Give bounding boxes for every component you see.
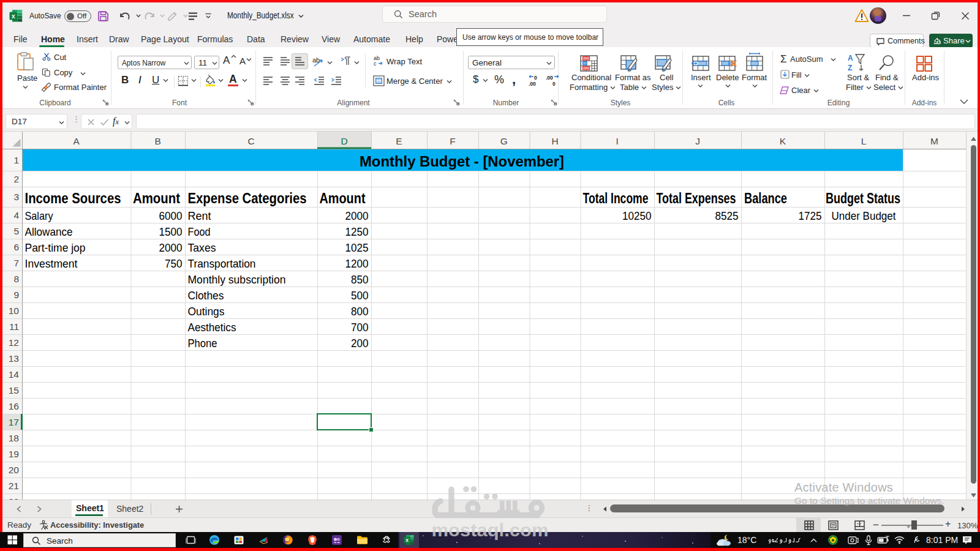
- svg-text:x: x: [405, 537, 409, 543]
- svg-text:G: G: [500, 136, 508, 146]
- svg-text:Amount: Amount: [320, 190, 366, 206]
- svg-text:Balance: Balance: [744, 190, 787, 206]
- svg-text:A: A: [74, 136, 80, 146]
- svg-text:19: 19: [9, 449, 19, 459]
- svg-text:Transportation: Transportation: [188, 257, 256, 270]
- svg-text:Salary: Salary: [25, 209, 53, 222]
- svg-text:Allowance: Allowance: [25, 225, 73, 238]
- svg-text:16: 16: [9, 401, 19, 411]
- svg-text:Aesthetics: Aesthetics: [188, 321, 236, 334]
- svg-text:D: D: [341, 136, 347, 146]
- svg-text:I: I: [616, 136, 619, 146]
- svg-text:Income Sources: Income Sources: [25, 190, 121, 206]
- svg-text:E: E: [396, 136, 402, 146]
- svg-text:1500: 1500: [159, 225, 183, 238]
- svg-text:Monthly Budget - [November]: Monthly Budget - [November]: [360, 153, 564, 170]
- svg-text:3: 3: [13, 192, 19, 202]
- svg-text:5: 5: [13, 226, 19, 236]
- svg-text:14: 14: [9, 369, 20, 380]
- svg-text:mostaql.com: mostaql.com: [432, 520, 549, 540]
- svg-text:x: x: [12, 12, 15, 20]
- svg-text:Clothes: Clothes: [188, 289, 224, 302]
- svg-text:.00: .00: [546, 75, 553, 81]
- svg-text:K: K: [780, 136, 786, 146]
- svg-text:F: F: [450, 136, 455, 146]
- svg-text:200: 200: [351, 337, 369, 350]
- svg-text:Rent: Rent: [188, 209, 212, 222]
- svg-text:Total Income: Total Income: [583, 190, 649, 206]
- svg-text:7: 7: [13, 258, 19, 268]
- svg-text:500: 500: [351, 289, 369, 302]
- svg-text:1250: 1250: [345, 225, 369, 238]
- svg-text:2000: 2000: [345, 209, 369, 222]
- svg-text:21: 21: [9, 481, 19, 491]
- svg-text:11: 11: [9, 321, 19, 332]
- svg-text:1200: 1200: [345, 257, 369, 270]
- svg-text:Taxes: Taxes: [188, 241, 216, 254]
- svg-text:750: 750: [165, 257, 183, 270]
- svg-text:18: 18: [9, 433, 19, 443]
- svg-text:Z: Z: [848, 64, 852, 72]
- svg-text:B: B: [155, 136, 161, 146]
- svg-text:15: 15: [9, 385, 19, 395]
- svg-text:Total Expenses: Total Expenses: [657, 190, 736, 206]
- svg-text:0: 0: [552, 81, 556, 87]
- svg-text:Expense Categories: Expense Categories: [188, 190, 307, 206]
- svg-text:800: 800: [351, 305, 369, 318]
- svg-text:700: 700: [351, 321, 369, 334]
- svg-text:2: 2: [13, 174, 19, 184]
- svg-text:Budget Status: Budget Status: [826, 190, 900, 206]
- svg-text:Food: Food: [188, 225, 211, 238]
- svg-text:Under Budget: Under Budget: [832, 209, 897, 222]
- svg-text:H: H: [551, 136, 558, 146]
- svg-text:10250: 10250: [622, 209, 652, 222]
- svg-text:Monthly subscription: Monthly subscription: [188, 273, 286, 286]
- svg-text:12: 12: [9, 337, 19, 348]
- svg-text:2000: 2000: [159, 241, 183, 254]
- svg-text:10: 10: [9, 305, 20, 316]
- svg-text:c: c: [374, 61, 377, 66]
- svg-text:1725: 1725: [799, 209, 822, 222]
- svg-text:J: J: [695, 136, 700, 146]
- svg-text:6000: 6000: [159, 209, 183, 222]
- svg-text:20: 20: [9, 465, 20, 475]
- svg-text:0: 0: [534, 75, 537, 81]
- svg-text:850: 850: [351, 273, 369, 286]
- svg-text:Part-time jop: Part-time jop: [25, 241, 86, 254]
- svg-text:A: A: [848, 54, 853, 62]
- svg-text:13: 13: [9, 353, 19, 364]
- svg-text:C: C: [247, 136, 254, 146]
- svg-text:Amount: Amount: [133, 190, 180, 206]
- svg-text:8: 8: [13, 274, 19, 284]
- svg-text:9: 9: [13, 290, 19, 300]
- svg-text:.00: .00: [529, 81, 536, 87]
- svg-text:8525: 8525: [715, 209, 739, 222]
- svg-text:Investment: Investment: [25, 257, 78, 270]
- svg-text:6: 6: [13, 242, 19, 252]
- svg-text:L: L: [861, 136, 867, 146]
- svg-text:Outings: Outings: [188, 305, 225, 318]
- svg-text:1025: 1025: [345, 241, 369, 254]
- svg-text:1: 1: [13, 155, 19, 165]
- svg-text:Phone: Phone: [188, 337, 217, 350]
- svg-text:17: 17: [9, 417, 19, 427]
- svg-text:M: M: [930, 136, 938, 146]
- svg-text:4: 4: [13, 210, 19, 220]
